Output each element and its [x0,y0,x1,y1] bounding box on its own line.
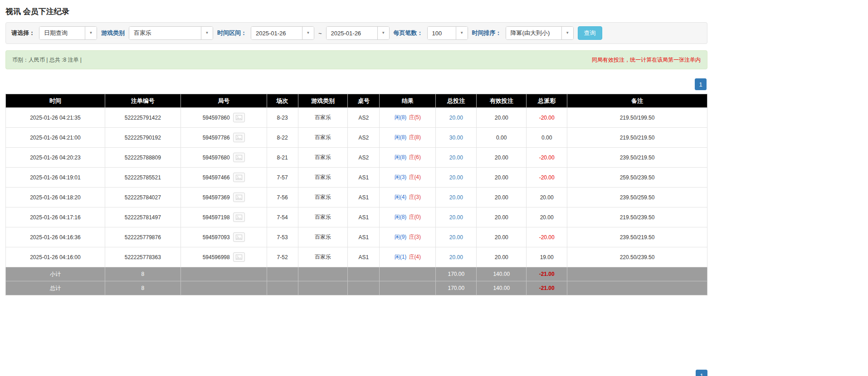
view-result-image-button[interactable] [233,173,245,182]
picture-icon [236,195,242,200]
cell-session: 7-57 [267,168,298,188]
time-sort-combo[interactable]: ▼ [506,26,574,40]
grand-total-valid-bet: 140.00 [477,281,527,295]
player-result: 闲(8) [395,214,407,220]
cell-valid-bet: 20.00 [477,108,527,128]
cell-total-bet[interactable]: 20.00 [436,188,477,207]
table-row: 2025-01-26 04:16:00 522225778363 5945969… [6,247,707,267]
cell-remark: 219.50/239.50 [567,207,707,227]
cell-payout: -20.00 [527,168,567,188]
cell-game-type: 百家乐 [298,128,348,148]
cell-total-bet[interactable]: 20.00 [436,207,477,227]
round-id-text: 594597466 [203,174,230,181]
date-from-combo[interactable]: ▼ [251,26,314,40]
player-result: 闲(3) [395,174,407,180]
round-id-text: 594597786 [203,135,230,141]
table-row: 2025-01-26 04:21:35 522225791422 5945978… [6,108,707,128]
main-content: 视讯 会员下注纪录 请选择： ▼ 游戏类别 ▼ 时间区间： ▼ ~ ▼ 每页笔数… [5,0,707,376]
grand-total-row: 总计 8 170.00 140.00 -21.00 [6,281,707,295]
cell-valid-bet: 20.00 [477,247,527,267]
cell-valid-bet: 20.00 [477,207,527,227]
round-id-text: 594597680 [203,154,230,161]
caret-down-icon: ▼ [89,31,93,35]
date-to-dropdown-button[interactable]: ▼ [377,27,389,39]
cell-table-no: AS2 [348,108,380,128]
cell-game-type: 百家乐 [298,227,348,247]
grand-total-total-bet: 170.00 [436,281,477,295]
cell-payout: -20.00 [527,148,567,168]
game-type-combo[interactable]: ▼ [129,26,213,40]
cell-bet-id: 522225784027 [105,188,180,207]
banker-result: 庄(3) [409,234,421,240]
cell-time: 2025-01-26 04:16:00 [6,247,105,267]
picture-icon [236,235,242,240]
cell-payout: 0.00 [527,128,567,148]
cell-round-id: 594597680 [180,148,267,168]
page-size-label: 每页笔数： [394,29,423,37]
view-result-image-button[interactable] [233,232,245,242]
time-sort-dropdown-button[interactable]: ▼ [561,27,573,39]
date-from-dropdown-button[interactable]: ▼ [302,27,314,39]
picture-icon [236,135,242,140]
cell-time: 2025-01-26 04:18:20 [6,188,105,207]
page-title: 视讯 会员下注纪录 [5,0,707,22]
view-result-image-button[interactable] [233,153,245,162]
cell-remark: 239.50/259.50 [567,188,707,207]
view-result-image-button[interactable] [233,113,245,122]
cell-session: 8-23 [267,108,298,128]
game-type-input[interactable] [129,27,201,39]
round-id-text: 594597369 [203,194,230,201]
time-sort-input[interactable] [506,27,561,39]
view-result-image-button[interactable] [233,252,245,262]
cell-total-bet[interactable]: 20.00 [436,247,477,267]
cell-valid-bet: 20.00 [477,227,527,247]
page-size-input[interactable] [428,27,456,39]
cell-payout: -20.00 [527,227,567,247]
date-from-input[interactable] [251,27,302,39]
cell-total-bet[interactable]: 20.00 [436,148,477,168]
cell-total-bet[interactable]: 30.00 [436,128,477,148]
date-range-label: 时间区间： [217,29,247,37]
subtotal-valid-bet: 140.00 [477,267,527,281]
cell-total-bet[interactable]: 20.00 [436,227,477,247]
cell-total-bet[interactable]: 20.00 [436,168,477,188]
picture-icon [236,155,242,160]
page-size-combo[interactable]: ▼ [427,26,468,40]
cell-round-id: 594596998 [180,247,267,267]
picture-icon [236,215,242,220]
picture-icon [236,115,242,120]
date-to-combo[interactable]: ▼ [326,26,390,40]
query-type-dropdown-button[interactable]: ▼ [85,27,97,39]
cell-valid-bet: 20.00 [477,168,527,188]
query-type-combo[interactable]: ▼ [39,26,97,40]
cell-payout: 19.00 [527,247,567,267]
page-1-button[interactable]: 1 [695,78,707,90]
cell-total-bet[interactable]: 20.00 [436,108,477,128]
cell-round-id: 594597093 [180,227,267,247]
cell-result: 闲(8)庄(6) [380,148,436,168]
date-to-input[interactable] [327,27,377,39]
table-row: 2025-01-26 04:19:01 522225785521 5945974… [6,168,707,188]
cell-result: 闲(8)庄(5) [380,108,436,128]
page-1-button-bottom[interactable]: 1 [696,370,707,376]
game-type-label: 游戏类别 [101,29,125,37]
cell-bet-id: 522225785521 [105,168,180,188]
page-size-dropdown-button[interactable]: ▼ [456,27,468,39]
banker-result: 庄(5) [409,114,421,121]
summary-bar: 币别：人民币 | 总共 :8 注单 | 同局有效投注，统一计算在该局第一张注单内 [5,50,707,69]
cell-time: 2025-01-26 04:21:35 [6,108,105,128]
cell-round-id: 594597369 [180,188,267,207]
cell-valid-bet: 20.00 [477,188,527,207]
cell-bet-id: 522225779876 [105,227,180,247]
view-result-image-button[interactable] [233,133,245,142]
cell-game-type: 百家乐 [298,108,348,128]
cell-game-type: 百家乐 [298,148,348,168]
banker-result: 庄(6) [409,154,421,160]
cell-round-id: 594597860 [180,108,267,128]
view-result-image-button[interactable] [233,212,245,222]
game-type-dropdown-button[interactable]: ▼ [201,27,213,39]
query-type-input[interactable] [39,27,85,39]
search-button[interactable]: 查询 [578,26,602,40]
view-result-image-button[interactable] [233,193,245,202]
cell-session: 8-21 [267,148,298,168]
